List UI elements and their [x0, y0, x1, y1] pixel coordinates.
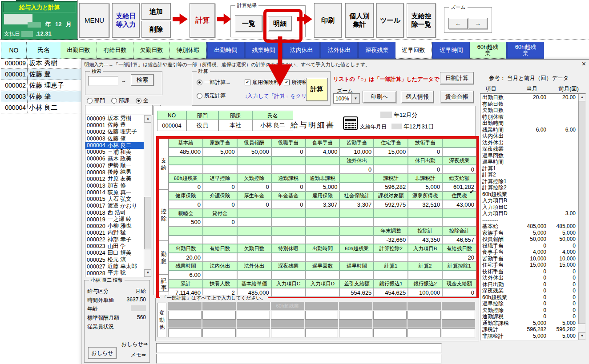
radio-section[interactable]: 部課: [111, 97, 129, 104]
employee-list-item[interactable]: 000004 小林 良二: [85, 142, 144, 149]
vary-cell[interactable]: [339, 311, 372, 320]
vary-cell[interactable]: [305, 328, 339, 337]
column-header[interactable]: 有給日数: [97, 42, 133, 59]
pay-grid-cell[interactable]: 通勤課税: [271, 174, 306, 183]
pay-deduction-list-button[interactable]: 支給控 除一覧: [407, 3, 436, 38]
pay-grid-cell[interactable]: [271, 209, 306, 218]
pay-grid-cell[interactable]: 基本給単価: [237, 280, 271, 288]
reference-row[interactable]: 法内休出: [480, 133, 578, 140]
memo-input-1[interactable]: [156, 343, 442, 353]
pay-grid-cell[interactable]: [374, 156, 408, 165]
pay-grid-cell[interactable]: 差引支給額: [339, 280, 374, 288]
scrollbar-thumb[interactable]: [578, 101, 586, 324]
scrollbar-thumb[interactable]: [144, 197, 152, 249]
pay-grid-cell[interactable]: 0: [442, 165, 476, 174]
pay-grid-cell[interactable]: 法内休出: [203, 262, 237, 271]
pay-grid-cell[interactable]: 総支給額: [442, 174, 476, 183]
pay-grid-cell[interactable]: 年末調整: [374, 227, 408, 236]
delete-button[interactable]: 削除: [141, 21, 171, 38]
pay-grid-cell[interactable]: [442, 139, 476, 148]
pay-grid-cell[interactable]: 6.00: [169, 271, 203, 280]
column-header[interactable]: 法内休出: [282, 42, 320, 59]
pay-grid-cell[interactable]: 0: [271, 148, 306, 156]
zoom-prev-button[interactable]: ←: [448, 18, 468, 29]
pay-grid-cell[interactable]: 5,000: [203, 148, 237, 156]
add-button[interactable]: 追加: [141, 3, 171, 20]
pay-grid-cell[interactable]: 源泉所得税: [408, 192, 442, 200]
vary-cell[interactable]: [271, 311, 304, 320]
column-header[interactable]: 深夜残業: [358, 42, 395, 59]
pay-grid-cell[interactable]: 介護保険: [203, 192, 237, 200]
reference-row[interactable]: 60h超残業 0 0: [480, 294, 578, 301]
pay-grid-cell[interactable]: [306, 218, 340, 227]
notice-button[interactable]: おしらせ: [88, 347, 117, 359]
pay-grid-cell[interactable]: [374, 165, 408, 174]
pay-grid-cell[interactable]: [203, 271, 237, 280]
memo-input-2[interactable]: [156, 354, 442, 364]
pay-grid-cell[interactable]: [442, 148, 476, 156]
pay-grid-cell[interactable]: 遅早時間: [339, 262, 374, 271]
reference-row[interactable]: 入力項目D 3.00: [480, 210, 578, 217]
pay-grid-cell[interactable]: 計算2: [408, 262, 442, 271]
pay-grid-cell[interactable]: 皆勤手当: [339, 139, 374, 148]
vary-cell[interactable]: [202, 328, 236, 337]
pay-grid-cell[interactable]: 出勤時間: [306, 244, 340, 253]
pay-grid-cell[interactable]: [203, 156, 237, 165]
pay-grid-cell[interactable]: [203, 236, 237, 244]
pay-grid-cell[interactable]: 60h超残業: [169, 174, 203, 183]
pay-grid-cell[interactable]: 0: [203, 218, 237, 227]
employee-grid-row[interactable]: 000003 佐藤 肇: [1, 91, 82, 102]
vary-cell[interactable]: [442, 311, 475, 320]
pay-grid-cell[interactable]: 計算控除2: [374, 244, 408, 253]
pay-grid-cell[interactable]: [408, 218, 442, 227]
pay-grid-cell[interactable]: 貸付金: [203, 209, 237, 218]
pay-grid-cell[interactable]: 入力項目C: [271, 280, 306, 288]
reference-row[interactable]: 有給日数: [480, 101, 578, 108]
pay-grid-cell[interactable]: 控除合計: [442, 227, 476, 236]
employee-list-item[interactable]: 000003 佐藤 肇: [85, 135, 144, 142]
pay-grid-cell[interactable]: 100,000: [408, 288, 442, 297]
column-header[interactable]: 特別休暇: [170, 42, 206, 59]
personal-info-button[interactable]: 個人情報: [401, 91, 434, 103]
pay-grid-cell[interactable]: [339, 174, 374, 183]
reference-row[interactable]: 法外休出: [480, 140, 578, 146]
pay-grid-cell[interactable]: [169, 156, 203, 165]
vary-cell[interactable]: [237, 320, 270, 328]
pay-grid-cell[interactable]: [237, 236, 271, 244]
pay-grid-cell[interactable]: 家族手当: [203, 139, 237, 148]
pay-grid-cell[interactable]: 0: [408, 148, 442, 156]
pay-grid-cell[interactable]: 扶養人数: [203, 280, 237, 288]
reference-row[interactable]: 計算控除1: [480, 178, 578, 185]
pay-grid-cell[interactable]: 43,350: [408, 236, 442, 244]
employee-list-item[interactable]: 000005 三浦 和美: [85, 149, 144, 156]
menu-button[interactable]: MENU: [79, 3, 109, 38]
employee-list-item[interactable]: 000022 神部 幸子: [85, 236, 144, 243]
reference-row[interactable]: 技術手当 0 0: [480, 268, 578, 275]
pay-grid-cell[interactable]: [339, 271, 374, 280]
employee-list-item[interactable]: 000002 佐藤 理恵子: [85, 128, 144, 135]
pay-grid-cell[interactable]: 計算1: [374, 262, 408, 271]
reference-row[interactable]: 計算控除2: [480, 184, 578, 191]
pay-grid-cell[interactable]: 控除計: [408, 227, 442, 236]
reference-row[interactable]: 役職手当 0 0: [480, 243, 578, 249]
pay-grid-cell[interactable]: [408, 209, 442, 218]
employee-list-item[interactable]: 000014 荻原 真一: [85, 189, 144, 196]
employee-list-scrollbar[interactable]: ▲ ▼: [144, 115, 151, 277]
pay-grid-cell[interactable]: [339, 183, 374, 192]
radio-fixed-calc[interactable]: 所定計算: [197, 92, 226, 100]
reference-row[interactable]: 深夜残業 0 0: [480, 288, 578, 294]
employee-list-item[interactable]: 000006 髙木 政美: [85, 156, 144, 162]
pay-grid-cell[interactable]: 有給残日数: [442, 244, 476, 253]
vary-cell[interactable]: [202, 311, 236, 320]
pay-grid-cell[interactable]: 20: [442, 253, 476, 262]
pay-grid-cell[interactable]: [271, 271, 306, 280]
scroll-down-icon[interactable]: ▼: [578, 332, 586, 340]
pay-grid-cell[interactable]: [306, 209, 340, 218]
vary-cell[interactable]: [168, 328, 202, 337]
pay-grid-cell[interactable]: [169, 227, 203, 236]
reference-row[interactable]: 入力項目B: [480, 197, 578, 204]
pay-grid-cell[interactable]: 32,510: [408, 200, 442, 209]
calc-button[interactable]: 計算: [190, 3, 215, 38]
pay-grid-cell[interactable]: 雇用保険: [306, 192, 340, 200]
pay-grid-cell[interactable]: 10,000: [339, 148, 374, 156]
